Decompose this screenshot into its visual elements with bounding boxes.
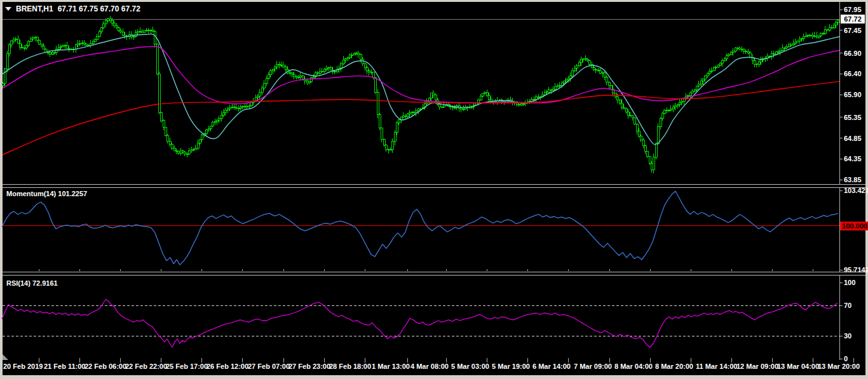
- candle-body: [27, 41, 29, 45]
- candle-body: [111, 21, 113, 23]
- candle-body: [344, 59, 346, 60]
- candle-body: [588, 61, 590, 65]
- candle-body: [293, 74, 295, 76]
- candle-body: [366, 68, 368, 71]
- candle-body: [85, 44, 87, 45]
- price-axis-label: 66.40: [844, 70, 862, 77]
- candle-body: [653, 157, 654, 170]
- candle-body: [327, 67, 329, 68]
- time-axis-label: 6 Mar 14:00: [532, 362, 571, 370]
- candle-body: [68, 48, 70, 49]
- time-axis-label: 8 Mar 20:00: [655, 362, 693, 370]
- candle-body: [229, 107, 231, 109]
- price-axis-label: 64.85: [844, 135, 862, 142]
- candle-body: [488, 95, 490, 99]
- panel-separator-rsi[interactable]: [3, 272, 865, 276]
- candle-body: [360, 54, 362, 59]
- quote-ohlc: 67.71 67.75 67.70 67.72: [58, 4, 140, 13]
- candle-body: [803, 37, 804, 39]
- candles-layer: [2, 16, 839, 173]
- candle-body: [728, 54, 729, 55]
- candle-body: [627, 112, 629, 115]
- time-axis-label: 11 Mar 14:00: [696, 362, 737, 370]
- candle-body: [62, 45, 64, 46]
- symbol-dropdown-icon[interactable]: [5, 7, 11, 11]
- candle-body: [660, 118, 661, 126]
- candle-body: [696, 86, 698, 90]
- candle-body: [171, 144, 173, 148]
- panel-separator-momentum[interactable]: [3, 184, 865, 188]
- candle-body: [19, 43, 21, 47]
- candle-body: [438, 105, 440, 107]
- candle-body: [6, 53, 8, 69]
- candle-body: [75, 44, 77, 49]
- time-axis-label: 5 Mar 19:00: [492, 362, 530, 370]
- candle-body: [632, 116, 634, 117]
- candle-body: [43, 46, 44, 49]
- candle-body: [246, 106, 248, 107]
- candle-body: [118, 28, 119, 31]
- candle-body: [574, 69, 576, 71]
- price-axis-label: 67.95: [844, 6, 862, 13]
- candle-body: [595, 69, 597, 70]
- price-axis-label: 66.90: [844, 50, 862, 57]
- ma-fast-line: [3, 34, 840, 145]
- candle-body: [351, 55, 353, 55]
- candle-body: [578, 63, 580, 66]
- rsi-axis-label: 30: [844, 332, 851, 340]
- candle-body: [2, 83, 4, 86]
- candle-body: [604, 73, 606, 77]
- candle-body: [657, 126, 659, 143]
- candle-body: [636, 124, 638, 131]
- momentum-level-tag: 100.000: [840, 222, 868, 230]
- candle-body: [15, 39, 17, 39]
- candle-body: [398, 120, 400, 123]
- candle-body: [837, 20, 839, 22]
- candle-body: [241, 106, 243, 107]
- candle-body: [364, 63, 366, 68]
- candle-body: [199, 140, 201, 143]
- candle-body: [25, 45, 27, 48]
- time-axis-label: 21 Feb 11:00: [44, 362, 85, 370]
- candle-body: [274, 67, 276, 69]
- candle-body: [715, 67, 717, 68]
- time-axis-label: 22 Feb 22:00: [125, 362, 167, 370]
- candle-body: [44, 49, 46, 52]
- candle-body: [137, 32, 139, 32]
- candle-body: [833, 25, 835, 28]
- candle-body: [385, 145, 387, 149]
- candle-body: [681, 101, 682, 102]
- candle-body: [796, 41, 798, 43]
- symbol-title: BRENT,H1: [16, 4, 53, 13]
- candle-body: [113, 23, 115, 26]
- candle-body: [634, 118, 635, 124]
- ma-medium-line: [3, 46, 840, 103]
- candle-body: [316, 73, 318, 74]
- candle-body: [745, 51, 747, 51]
- candle-body: [381, 128, 383, 140]
- candle-body: [269, 71, 271, 75]
- candle-body: [377, 93, 379, 115]
- time-axis-label: 4 Mar 08:00: [410, 362, 449, 370]
- time-axis-label: 1 Mar 13:00: [372, 362, 410, 370]
- candle-body: [165, 128, 166, 135]
- candle-body: [212, 123, 214, 126]
- candle-body: [480, 96, 482, 100]
- candle-body: [710, 70, 712, 71]
- momentum-indicator-label: Momentum(14) 101.2257: [6, 190, 87, 197]
- candle-body: [266, 78, 268, 83]
- candle-body: [154, 32, 156, 44]
- candle-body: [105, 21, 107, 24]
- momentum-axis-label: 95.7142: [844, 266, 868, 274]
- candle-body: [102, 24, 104, 28]
- candle-body: [407, 114, 409, 117]
- candle-body: [835, 23, 837, 25]
- candle-body: [582, 59, 584, 60]
- candle-body: [704, 76, 706, 79]
- candle-body: [66, 46, 68, 48]
- time-axis-label: 13 Mar 04:00: [777, 362, 819, 370]
- candle-body: [435, 95, 437, 100]
- candle-body: [518, 104, 520, 105]
- chart-canvas[interactable]: [0, 0, 868, 379]
- time-axis-label: 28 Feb 18:00: [329, 362, 371, 370]
